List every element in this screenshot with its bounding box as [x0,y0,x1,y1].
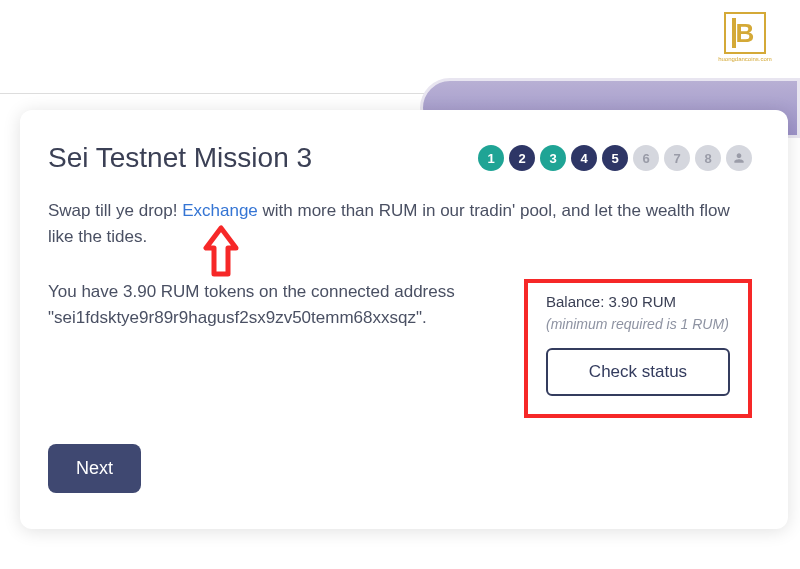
site-logo: B huongdancoins.com [715,12,775,62]
next-button[interactable]: Next [48,444,141,493]
exchange-link[interactable]: Exchange [182,201,258,220]
mission-description: Swap till ye drop! Exchange with more th… [48,198,752,251]
minimum-required: (minimum required is 1 RUM) [546,316,730,332]
step-6: 6 [633,145,659,171]
logo-square: B [724,12,766,54]
desc-before: Swap till ye drop! [48,201,182,220]
step-2[interactable]: 2 [509,145,535,171]
step-4[interactable]: 4 [571,145,597,171]
user-icon[interactable] [726,145,752,171]
step-1[interactable]: 1 [478,145,504,171]
step-indicator: 1 2 3 4 5 6 7 8 [478,145,752,171]
mission-card: Sei Testnet Mission 3 1 2 3 4 5 6 7 8 Sw… [20,110,788,529]
logo-text: huongdancoins.com [718,56,772,62]
step-7: 7 [664,145,690,171]
balance-box: Balance: 3.90 RUM (minimum required is 1… [524,279,752,418]
step-3[interactable]: 3 [540,145,566,171]
step-8: 8 [695,145,721,171]
card-header: Sei Testnet Mission 3 1 2 3 4 5 6 7 8 [48,142,752,174]
page-title: Sei Testnet Mission 3 [48,142,312,174]
step-5[interactable]: 5 [602,145,628,171]
check-status-button[interactable]: Check status [546,348,730,396]
token-balance-text: You have 3.90 RUM tokens on the connecte… [48,279,500,332]
info-row: You have 3.90 RUM tokens on the connecte… [48,279,752,418]
balance-label: Balance: 3.90 RUM [546,293,730,310]
